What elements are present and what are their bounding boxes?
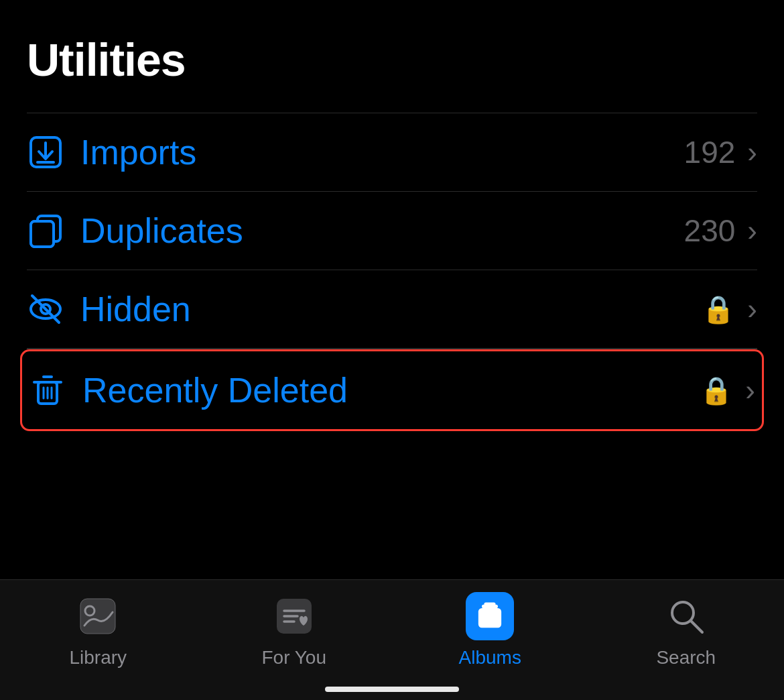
- recently-deleted-right: 🔒 ›: [700, 373, 755, 407]
- recently-deleted-lock-icon: 🔒: [700, 375, 733, 406]
- home-indicator: [325, 687, 459, 692]
- duplicates-icon: [27, 212, 80, 249]
- imports-right: 192 ›: [684, 134, 757, 170]
- for-you-label: For You: [261, 647, 326, 668]
- svg-rect-21: [484, 602, 496, 605]
- library-label: Library: [69, 647, 127, 668]
- trash-icon: [29, 371, 82, 409]
- imports-item[interactable]: Imports 192 ›: [27, 113, 757, 192]
- tab-bar: Library For You Albums: [0, 579, 784, 700]
- recently-deleted-wrapper: Recently Deleted 🔒 ›: [20, 349, 764, 431]
- duplicates-item[interactable]: Duplicates 230 ›: [27, 192, 757, 270]
- search-icon: [662, 592, 710, 640]
- for-you-icon: [270, 592, 318, 640]
- hidden-icon: [27, 290, 80, 328]
- albums-icon: [466, 592, 514, 640]
- page-title: Utilities: [27, 34, 757, 86]
- imports-chevron: ›: [747, 135, 757, 169]
- recently-deleted-chevron: ›: [745, 373, 755, 407]
- tab-library[interactable]: Library: [0, 592, 196, 668]
- hidden-item[interactable]: Hidden 🔒 ›: [27, 270, 757, 349]
- duplicates-count: 230: [684, 213, 736, 249]
- tab-search[interactable]: Search: [588, 592, 785, 668]
- svg-rect-19: [478, 608, 501, 628]
- hidden-chevron: ›: [747, 292, 757, 326]
- hidden-lock-icon: 🔒: [702, 294, 735, 325]
- library-icon: [74, 592, 122, 640]
- tab-for-you[interactable]: For You: [196, 592, 393, 668]
- duplicates-label: Duplicates: [80, 211, 684, 251]
- main-content: Utilities Imports 192 › Duplicates: [0, 0, 784, 431]
- hidden-right: 🔒 ›: [702, 292, 757, 326]
- albums-label: Albums: [459, 647, 521, 668]
- recently-deleted-item[interactable]: Recently Deleted 🔒 ›: [29, 351, 755, 429]
- imports-icon: [27, 133, 80, 171]
- imports-count: 192: [684, 134, 736, 170]
- tab-albums[interactable]: Albums: [392, 592, 588, 668]
- imports-label: Imports: [80, 132, 684, 172]
- search-label: Search: [656, 647, 716, 668]
- duplicates-right: 230 ›: [684, 213, 757, 249]
- svg-line-23: [691, 621, 702, 632]
- recently-deleted-label: Recently Deleted: [82, 370, 700, 410]
- svg-rect-5: [31, 221, 54, 247]
- duplicates-chevron: ›: [747, 214, 757, 247]
- hidden-label: Hidden: [80, 289, 702, 329]
